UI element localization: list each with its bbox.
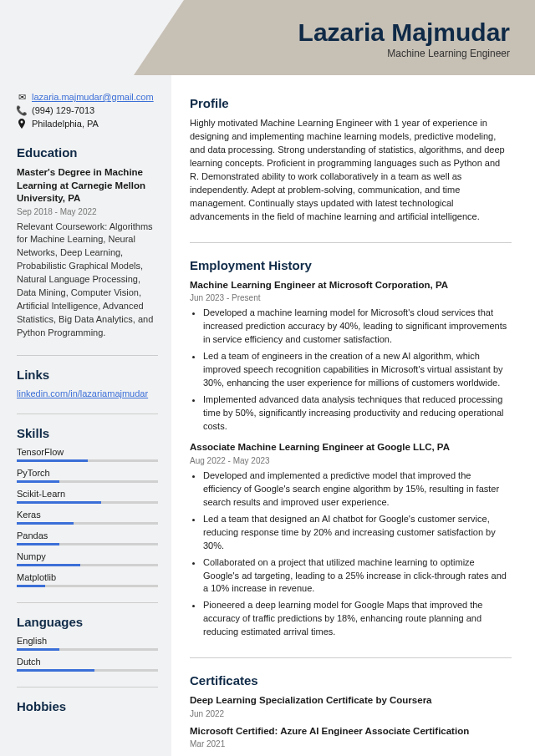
- skill-item: PyTorch: [17, 468, 158, 483]
- job-bullets: Developed a machine learning model for M…: [203, 307, 512, 433]
- certificate-date: Mar 2021: [190, 739, 512, 748]
- skill-name: Numpy: [17, 551, 158, 561]
- phone-icon: 📞: [17, 105, 27, 115]
- skill-bar: [17, 501, 158, 504]
- contact-location: Philadelphia, PA: [17, 119, 158, 129]
- language-item: Dutch: [17, 657, 158, 672]
- certificate-item: Microsoft Certified: Azure AI Engineer A…: [190, 725, 512, 749]
- location-icon: [17, 119, 27, 129]
- hobbies-heading: Hobbies: [17, 687, 158, 713]
- skill-name: PyTorch: [17, 468, 158, 478]
- job-bullet: Led a team that designed an AI chatbot f…: [203, 513, 512, 553]
- skill-bar: [17, 522, 158, 525]
- skill-item: Scikit-Learn: [17, 489, 158, 504]
- education-dates: Sep 2018 - May 2022: [17, 207, 158, 216]
- language-name: Dutch: [17, 657, 158, 667]
- certificate-date: Jun 2022: [190, 709, 512, 718]
- language-bar: [17, 669, 158, 672]
- job-bullet: Led a team of engineers in the creation …: [203, 350, 512, 390]
- phone-text: (994) 129-7013: [32, 105, 94, 115]
- education-desc: Relevant Coursework: Algorithms for Mach…: [17, 221, 158, 340]
- job-bullet: Developed a machine learning model for M…: [203, 307, 512, 347]
- job-dates: Aug 2022 - May 2023: [190, 456, 512, 465]
- skill-item: Matplotlib: [17, 572, 158, 587]
- job-bullet: Collaborated on a project that utilized …: [203, 556, 512, 596]
- language-item: English: [17, 636, 158, 651]
- job-title: Machine Learning Engineer at Microsoft C…: [190, 279, 512, 292]
- location-text: Philadelphia, PA: [32, 119, 99, 129]
- skill-item: Pandas: [17, 530, 158, 545]
- email-icon: ✉: [17, 92, 27, 102]
- job-bullet: Developed and implemented a predictive m…: [203, 469, 512, 510]
- skill-bar: [17, 543, 158, 545]
- education-degree: Master's Degree in Machine Learning at C…: [17, 166, 158, 205]
- certificate-item: Deep Learning Specialization Certificate…: [190, 694, 512, 718]
- job-title: Associate Machine Learning Engineer at G…: [190, 441, 512, 454]
- profile-text: Highly motivated Machine Learning Engine…: [190, 117, 512, 224]
- skill-name: Pandas: [17, 530, 158, 540]
- job-bullet: Implemented advanced data analysis techn…: [203, 393, 512, 434]
- skill-item: Numpy: [17, 551, 158, 566]
- skill-bar: [17, 585, 158, 587]
- job-bullet: Pioneered a deep learning model for Goog…: [203, 599, 512, 639]
- languages-heading: Languages: [17, 602, 158, 629]
- job-item: Machine Learning Engineer at Microsoft C…: [190, 279, 512, 434]
- person-name: Lazaria Majmudar: [298, 18, 510, 47]
- contact-email: ✉ lazaria.majmudar@gmail.com: [17, 92, 158, 102]
- profile-heading: Profile: [190, 96, 512, 110]
- email-link[interactable]: lazaria.majmudar@gmail.com: [32, 92, 154, 102]
- language-name: English: [17, 636, 158, 646]
- linkedin-link[interactable]: linkedin.com/in/lazariamajmudar: [17, 388, 148, 398]
- education-heading: Education: [17, 145, 158, 160]
- skill-bar: [17, 480, 158, 483]
- job-bullets: Developed and implemented a predictive m…: [203, 469, 512, 639]
- job-dates: Jun 2023 - Present: [190, 293, 512, 302]
- header-band: Lazaria Majmudar Machine Learning Engine…: [0, 0, 535, 75]
- sidebar: ✉ lazaria.majmudar@gmail.com 📞 (994) 129…: [0, 75, 171, 756]
- main-content: Profile Highly motivated Machine Learnin…: [171, 75, 535, 756]
- language-bar: [17, 648, 158, 651]
- skill-name: TensorFlow: [17, 447, 158, 457]
- skill-name: Matplotlib: [17, 572, 158, 582]
- certificate-title: Microsoft Certified: Azure AI Engineer A…: [190, 725, 512, 738]
- skill-name: Scikit-Learn: [17, 489, 158, 499]
- skill-name: Keras: [17, 510, 158, 520]
- skills-heading: Skills: [17, 414, 158, 440]
- links-heading: Links: [17, 355, 158, 382]
- employment-heading: Employment History: [190, 242, 512, 272]
- certificate-title: Deep Learning Specialization Certificate…: [190, 694, 512, 708]
- skill-item: TensorFlow: [17, 447, 158, 462]
- contact-phone: 📞 (994) 129-7013: [17, 105, 158, 115]
- skill-bar: [17, 459, 158, 462]
- certificates-heading: Certificates: [190, 657, 512, 688]
- skill-item: Keras: [17, 510, 158, 525]
- skill-bar: [17, 564, 158, 566]
- job-title: Machine Learning Engineer: [387, 48, 510, 59]
- job-item: Associate Machine Learning Engineer at G…: [190, 441, 512, 639]
